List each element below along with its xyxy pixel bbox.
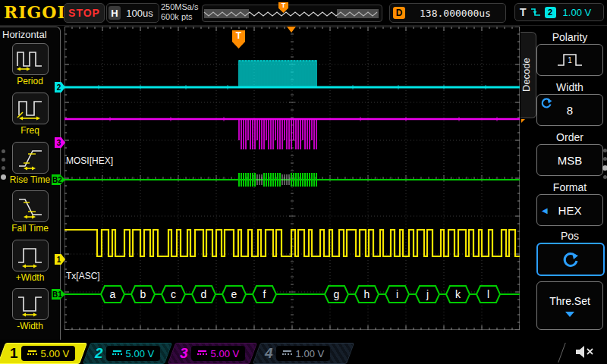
order-label: Order [536, 131, 603, 144]
rotate-knob-icon [562, 251, 579, 268]
polarity-button[interactable]: 1 [536, 44, 603, 76]
preview-zigzag [203, 5, 380, 20]
period-icon [16, 46, 45, 72]
decoded-char: b [140, 288, 146, 300]
menu-corner-marker [521, 119, 525, 123]
bus2-position-badge[interactable]: B2 [52, 174, 65, 185]
channel3-position-badge[interactable]: 3 [55, 137, 65, 148]
trace-ch1 [64, 230, 520, 256]
channel-4-status[interactable]: 4 1.00 V [253, 343, 354, 364]
decoded-char: k [455, 288, 461, 300]
delay-value: 138.000000us [405, 8, 505, 19]
trigger-readout-box[interactable]: T 2 1.00 V [514, 3, 604, 21]
freq-label: Freq [0, 125, 60, 136]
waveform-canvas: abcdefghijkl [64, 27, 520, 330]
minus-width-label: -Width [0, 321, 60, 331]
menu-item-plus-width[interactable]: +Width [0, 240, 60, 283]
width-button[interactable]: 8 [536, 94, 603, 126]
bus1-label: Tx[ASC] [66, 271, 100, 281]
page-dot [603, 157, 607, 161]
sample-rate: 250MSa/s [161, 2, 199, 12]
fall-time-label: Fall Time [0, 223, 60, 234]
menu-item-rise-time[interactable]: Rise Time [0, 142, 60, 185]
channel-2-status[interactable]: 2 5.00 V [83, 343, 172, 364]
decoded-char: l [487, 288, 489, 300]
memory-waveform-preview[interactable]: T [202, 5, 382, 22]
timebase-value: 100us [121, 8, 159, 19]
menu-item-fall-time[interactable]: Fall Time [0, 190, 60, 234]
decoded-char: g [334, 288, 340, 300]
threshold-label: Thre.Set [549, 295, 590, 307]
order-value: MSB [558, 154, 583, 167]
top-status-bar: RIGOL STOP H 100us 250MSa/s 600k pts T D… [0, 0, 607, 26]
pos-button[interactable] [536, 243, 605, 276]
decoded-char: i [396, 288, 398, 300]
menu-item-freq[interactable]: Freq [0, 93, 60, 136]
run-state-indicator[interactable]: STOP [64, 3, 105, 23]
waveform-display-area: abcdefghijkl T MOSI[HEX] Tx[ASC] 2 3 B2 … [64, 27, 520, 330]
fall-time-button[interactable] [12, 190, 49, 222]
channel1-position-badge[interactable]: 1 [55, 254, 65, 265]
decoded-char: f [263, 288, 266, 300]
channel2-position-badge[interactable]: 2 [55, 82, 65, 93]
svg-text:1: 1 [568, 56, 572, 64]
period-button[interactable] [12, 43, 49, 75]
memory-depth: 600k pts [161, 12, 199, 22]
menu-item-threshold: Thre.Set [536, 281, 603, 330]
channel-4-number: 4 [265, 345, 273, 362]
width-value: 8 [567, 104, 573, 117]
bus2-label: MOSI[HEX] [66, 155, 113, 166]
freq-icon [16, 96, 45, 121]
sound-muted-icon[interactable] [575, 344, 595, 359]
delay-d-badge: D [393, 7, 405, 19]
menu-item-period[interactable]: Period [0, 43, 60, 86]
plus-width-button[interactable] [12, 240, 49, 271]
page-dot [603, 175, 607, 179]
menu-item-minus-width[interactable]: -Width [0, 288, 60, 331]
bus1-position-badge[interactable]: B1 [52, 289, 65, 300]
channel-1-status[interactable]: 1 5.00 V [0, 343, 87, 364]
delay-readout-box: D 138.000000us [389, 3, 506, 23]
trigger-level-value: 1.00 V [563, 7, 592, 18]
trigger-source-badge: 2 [545, 7, 556, 18]
threshold-set-button[interactable]: Thre.Set [536, 281, 603, 330]
fall-time-icon [16, 193, 45, 219]
decode-menu-tab[interactable]: Decode [521, 32, 536, 118]
horizontal-h-badge: H [109, 6, 121, 20]
down-arrow-icon [565, 312, 574, 317]
page-dot-active [1, 174, 6, 180]
channel-1-scale: 5.00 V [41, 348, 70, 359]
channel-3-status[interactable]: 3 5.00 V [168, 343, 257, 364]
freq-button[interactable] [12, 93, 49, 124]
plus-width-icon [16, 243, 45, 268]
format-button[interactable]: ◀ HEX [536, 194, 603, 226]
format-value: HEX [558, 204, 582, 217]
horizontal-center-marker [287, 27, 296, 33]
left-arrow-icon: ◀ [542, 206, 548, 215]
channel-2-scale: 5.00 V [126, 348, 155, 359]
left-menu-page-dots [2, 149, 6, 180]
page-dot [603, 149, 607, 152]
dc-coupling-icon [197, 350, 207, 356]
polarity-label: Polarity [536, 31, 603, 44]
pos-label: Pos [536, 230, 603, 243]
acquisition-info: 250MSa/s 600k pts [161, 2, 199, 22]
trace-bus2 [64, 173, 520, 187]
right-menu-page-dots [603, 149, 607, 179]
rise-time-icon [16, 145, 45, 171]
decoded-char: j [426, 288, 429, 300]
menu-item-format: Format ◀ HEX [536, 181, 603, 226]
channel-status-bar: 1 5.00 V 2 5.00 V 3 5.00 V 4 1.00 V [0, 341, 607, 364]
minus-width-button[interactable] [12, 288, 49, 320]
dc-coupling-icon [27, 350, 37, 356]
right-soft-menu: Decode Polarity 1 Width 8 Order MSB Form… [520, 27, 607, 341]
rise-time-button[interactable] [12, 142, 49, 174]
horizontal-timebase-box[interactable]: H 100us [106, 3, 159, 23]
page-dot [2, 149, 5, 153]
order-button[interactable]: MSB [536, 144, 603, 176]
trigger-t-label: T [520, 6, 527, 18]
decoded-char: a [110, 288, 116, 300]
left-menu-title: Horizontal [2, 29, 47, 40]
plus-width-label: +Width [0, 272, 60, 283]
decoded-char: c [171, 288, 176, 300]
